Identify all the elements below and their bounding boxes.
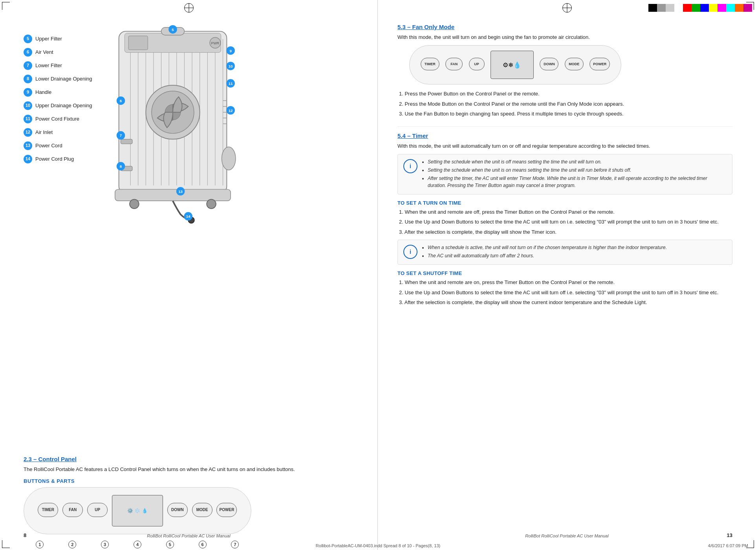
color-bars — [648, 4, 752, 12]
svg-text:PWR: PWR — [211, 41, 220, 45]
color-bar-3 — [674, 4, 683, 12]
r-down-oval: DOWN — [540, 58, 558, 70]
r-timer-btn: TIMER — [421, 58, 439, 72]
ac-unit-svg: PWR — [94, 24, 251, 228]
cp-num-1: 1 — [36, 541, 44, 548]
buttons-parts-title: BUTTONS & PARTS — [24, 478, 358, 484]
reg-mark-top-right — [562, 3, 572, 13]
divider-1 — [397, 126, 732, 127]
r-power-oval: POWER — [589, 58, 610, 70]
part-text-7: Lower Filter — [35, 62, 62, 69]
fan-step-3: 3. Use the Fan Button to begin changing … — [397, 110, 732, 118]
timer-info-item-3: After setting the timer, the AC unit wil… — [428, 175, 727, 189]
svg-text:12: 12 — [229, 108, 233, 113]
trim-mark-bl — [2, 540, 10, 548]
control-panel-right-diagram: TIMER FAN UP ⚙❄💧 DOWN MODE POWER — [409, 45, 621, 84]
power-btn-oval: POWER — [216, 503, 237, 517]
info-icon-2: i — [403, 245, 417, 259]
fan-only-section: 5.3 – Fan Only Mode With this mode, the … — [397, 24, 732, 118]
svg-text:11: 11 — [229, 81, 233, 86]
fan-only-body: With this mode, the unit will turn on an… — [397, 33, 732, 41]
cp-num-2: 2 — [68, 541, 76, 548]
part-label-6: 6Air Vent — [24, 48, 110, 57]
r-fan-oval: FAN — [445, 58, 463, 70]
r-up-btn: UP — [469, 58, 485, 72]
turn-on-step-1: 1. When the unit and remote are off, pre… — [397, 208, 732, 216]
part-text-5: Upper Filter — [35, 36, 62, 42]
part-text-12: Air Inlet — [35, 129, 53, 136]
part-text-9: Handle — [35, 89, 51, 95]
info-text-2: When a schedule is active, the unit will… — [422, 244, 667, 260]
power-button-diagram: POWER — [216, 503, 237, 519]
turn-on-steps: 1. When the unit and remote are off, pre… — [397, 208, 732, 236]
turn-off-step-2: 2. Use the Up and Down Buttons to select… — [397, 289, 732, 297]
fan-only-steps: 1. Press the Power Button on the Control… — [397, 90, 732, 118]
part-num-12: 12 — [24, 128, 32, 137]
r-mode-oval: MODE — [565, 58, 584, 70]
timer-button-diagram: TIMER — [38, 503, 58, 519]
cp-num-4: 4 — [134, 541, 141, 548]
part-text-14: Power Cord Plug — [35, 156, 74, 162]
spread-info: Rollibot-PortableAC-UM-0403.indd Spread … — [316, 543, 440, 548]
parts-list: 5Upper Filter6Air Vent7Lower Filter8Lowe… — [24, 35, 110, 168]
color-bar-7 — [709, 4, 718, 12]
part-label-10: 10Upper Drainage Opening — [24, 101, 110, 110]
svg-text:5: 5 — [172, 28, 174, 32]
svg-text:13: 13 — [178, 189, 183, 194]
part-text-13: Power Cord — [35, 143, 62, 149]
turn-off-title: TO SET A SHUTOFF TIME — [397, 270, 732, 276]
down-btn-oval: DOWN — [167, 503, 188, 517]
timer-info-item-2: Setting the schedule when the unit is on… — [428, 167, 727, 174]
r-down-btn: DOWN — [540, 58, 558, 72]
timer-info2-item-2: The AC unit will automatically turn off … — [428, 252, 667, 259]
color-bar-5 — [692, 4, 700, 12]
turn-off-step-1: 1. When the unit and remote are on, pres… — [397, 279, 732, 286]
cp-number-row: 1 2 3 4 5 6 7 — [24, 541, 251, 548]
cp-num-5: 5 — [166, 541, 174, 548]
turn-on-step-2: 2. Use the Up and Down Buttons to select… — [397, 218, 732, 226]
page-number-left: 8 — [24, 532, 26, 538]
part-label-13: 13Power Cord — [24, 141, 110, 150]
r-power-btn: POWER — [589, 58, 610, 72]
timer-body: With this mode, the unit will automatica… — [397, 142, 732, 150]
fan-step-2: 2. Press the Mode Button on the Control … — [397, 100, 732, 108]
part-num-13: 13 — [24, 141, 32, 150]
svg-text:6: 6 — [120, 99, 122, 103]
control-panel-body: The RolliCool Portable AC features a LCD… — [24, 466, 358, 473]
r-timer-oval: TIMER — [421, 58, 439, 70]
control-panel-diagram: TIMER FAN UP ⚙️ ❄️ 💧 DOWN MODE — [24, 487, 251, 534]
part-label-12: 12Air Inlet — [24, 128, 110, 137]
fan-button-diagram: FAN — [62, 503, 83, 519]
timer-title: 5.4 – Timer — [397, 132, 732, 139]
svg-point-23 — [207, 199, 216, 209]
part-num-5: 5 — [24, 35, 32, 43]
timer-info2-item-1: When a schedule is active, the unit will… — [428, 244, 667, 251]
part-num-6: 6 — [24, 48, 32, 57]
color-bar-9 — [726, 4, 735, 12]
turn-on-step-3: 3. After the selection is complete, the … — [397, 228, 732, 236]
part-label-8: 8Lower Drainage Opening — [24, 75, 110, 83]
left-page: PWR — [0, 0, 378, 550]
color-bar-0 — [648, 4, 657, 12]
svg-point-24 — [222, 147, 236, 170]
up-btn-oval: UP — [87, 503, 108, 517]
svg-text:9: 9 — [229, 49, 232, 53]
svg-rect-18 — [128, 36, 148, 50]
down-button-diagram: DOWN — [167, 503, 188, 519]
color-bar-2 — [666, 4, 674, 12]
page-number-right: 13 — [727, 532, 732, 538]
svg-rect-21 — [115, 189, 231, 201]
footer-left: RolliBot RolliCool Portable AC User Manu… — [147, 534, 230, 538]
cp-num-6: 6 — [199, 541, 207, 548]
info-text-1: Setting the schedule when the unit is of… — [422, 158, 727, 190]
timer-info-box-2: i When a schedule is active, the unit wi… — [397, 240, 732, 265]
color-bar-10 — [735, 4, 743, 12]
color-bar-6 — [700, 4, 709, 12]
turn-off-step-3: 3. After the selection is complete, the … — [397, 299, 732, 306]
svg-text:10: 10 — [229, 64, 233, 68]
part-num-14: 14 — [24, 155, 32, 163]
footer-right: RolliBot RolliCool Portable AC User Manu… — [525, 534, 608, 538]
svg-point-22 — [130, 199, 139, 209]
fan-btn-oval: FAN — [62, 503, 83, 517]
part-text-10: Upper Drainage Opening — [35, 103, 92, 109]
